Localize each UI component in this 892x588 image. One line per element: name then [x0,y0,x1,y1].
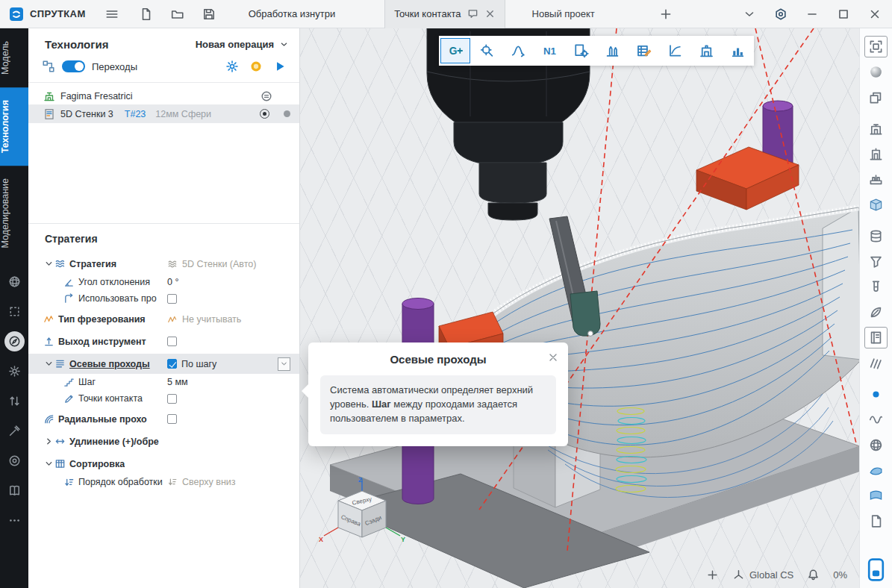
notifications-bell-icon[interactable] [807,569,820,581]
more-options-icon[interactable] [4,510,25,531]
statistics-button[interactable] [723,38,752,63]
prop-row-extension-trim[interactable]: Удлинение (+)/обре [28,431,299,451]
selection-box-icon[interactable] [4,301,25,322]
model-sphere-icon[interactable] [4,272,25,292]
expand-icon[interactable] [43,358,54,369]
operation-settings-button[interactable] [566,38,596,63]
prop-row-milling-type[interactable]: Тип фрезерования Не учитывать [28,309,299,329]
axis-x-label: X [319,536,323,543]
operation-radio[interactable] [260,109,269,119]
radial-icon [43,413,54,425]
prop-row-axial-passes[interactable]: Осевые проходы По шагу [28,354,299,374]
hatch-button[interactable] [864,352,888,374]
expand-icon[interactable] [43,258,54,269]
prop-row-tool-exit[interactable]: Выход инструмент [28,331,299,351]
settings-gear-icon[interactable] [4,361,25,381]
prop-row-strategy[interactable]: Стратегия 5D Стенки (Авто) [28,254,299,274]
stock-disks-button[interactable] [864,225,888,247]
simulation-lamp-button[interactable] [249,59,263,74]
prop-row-contact-points[interactable]: Точки контакта [28,390,299,407]
fixture-vise-button[interactable] [864,169,888,190]
prop-row-machining-order[interactable]: Порядок обработки Сверху вниз [28,474,299,490]
maximize-button[interactable] [835,4,852,24]
coordinate-system-selector[interactable]: Global CS [732,569,793,581]
close-window-button[interactable] [867,4,883,24]
operation-row[interactable]: 5D Стенки 3 T#23 12мм Сфери [28,104,299,123]
smooth-leaf-button[interactable] [864,301,888,323]
save-document-button[interactable] [199,4,219,24]
prop-row-deviation-angle[interactable]: Угол отклонения 0 ° [28,274,299,290]
app-settings-button[interactable] [773,4,789,24]
checkbox[interactable] [167,294,177,304]
code-editor-button[interactable] [629,38,658,63]
navigation-cube[interactable]: Z Сверху Справа Сзади X Y [315,475,409,569]
sketch-compass-icon[interactable] [4,331,25,351]
run-button[interactable] [272,59,287,74]
document-tab-inactive[interactable]: Новый проект [523,8,604,19]
workpiece-block-button[interactable] [864,194,888,216]
rail-tab-technology[interactable]: Технология [0,87,28,166]
checkbox[interactable] [167,394,177,404]
minimize-button[interactable] [804,4,820,24]
gcode-operation-button[interactable]: G [440,38,470,63]
side-panel-battery-icon[interactable] [867,557,885,582]
order-value-icon [167,477,178,487]
prop-row-sorting[interactable]: Сортировка [28,454,299,474]
checkbox[interactable] [167,337,177,346]
viewport-3d[interactable]: GN1 Осевые проходы Система автоматически… [300,28,859,588]
machine-icon [43,90,55,102]
new-document-button[interactable] [137,4,156,24]
row-menu-icon[interactable] [261,90,272,102]
operation-settings-gear-button[interactable] [225,59,240,74]
tools-icon[interactable] [4,421,25,441]
machine-parts-button[interactable] [864,143,888,165]
prop-row-step[interactable]: Шаг 5 мм [28,374,299,390]
document-page-button[interactable] [864,510,888,532]
collapse-icon[interactable] [43,436,54,447]
checkbox[interactable] [167,359,177,369]
open-document-button[interactable] [168,4,187,24]
new-operation-button[interactable]: Новая операция [196,39,289,50]
toolpath-operation-button[interactable] [503,38,533,63]
rail-tab-modeling[interactable]: Моделирование [0,166,28,261]
sort-arrows-icon[interactable] [4,391,25,411]
main-menu-button[interactable] [102,4,122,24]
prop-row-radial-passes[interactable]: Радиальные прохо [28,409,299,429]
rail-tab-model[interactable]: Модель [0,28,28,87]
nc-program-button[interactable]: N1 [534,38,564,63]
spline-button[interactable] [864,409,888,431]
fit-view-button[interactable] [864,36,888,57]
document-tab-active[interactable]: Точки контакта [384,0,505,28]
transitions-toggle[interactable] [62,60,85,72]
surface-button[interactable] [864,460,888,481]
milling-value-icon [167,314,178,325]
probe-operation-button[interactable] [472,38,502,63]
sprutcam-window: СПРУТКАМ Обработка изнутри Точки контакт… [0,0,892,588]
prop-row-use-previous[interactable]: Использовать про [28,290,299,307]
expand-icon[interactable] [43,458,54,469]
machine-row[interactable]: Fagima Fresatrici [28,88,299,104]
tool-rack-button[interactable] [597,38,627,63]
probe-tube-button[interactable] [864,276,888,298]
tabs-dropdown-button[interactable] [741,4,758,24]
machining-menu[interactable]: Обработка изнутри [249,8,336,19]
checkbox[interactable] [167,414,177,424]
graph-button[interactable] [660,38,690,63]
tooltip-close-icon[interactable] [547,351,559,363]
machine-view-button[interactable] [864,118,888,140]
combo-dropdown-button[interactable] [278,357,290,371]
mesh-sphere-button[interactable] [864,434,888,456]
new-tab-button[interactable] [656,4,676,24]
add-button[interactable] [706,569,719,581]
point-button[interactable] [864,384,888,405]
machine-button[interactable] [691,38,721,63]
layers-button[interactable] [864,87,888,108]
funnel-button[interactable] [864,251,888,272]
shading-sphere-button[interactable] [864,61,888,83]
angle-icon [63,277,75,288]
material-ring-icon[interactable] [4,451,25,471]
sheet-button[interactable] [864,485,888,507]
notebook-button[interactable] [864,327,888,348]
library-book-icon[interactable] [4,481,25,501]
close-tab-icon[interactable] [484,8,496,19]
